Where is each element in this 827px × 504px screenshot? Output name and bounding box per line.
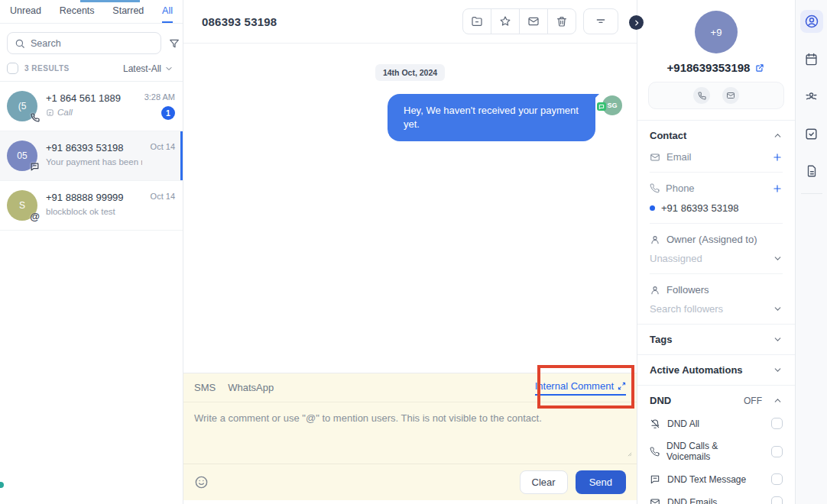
- message-row: Hey, We haven't received your payment ye…: [183, 94, 637, 141]
- chevron-down-icon: [773, 334, 783, 344]
- conversation-item[interactable]: (5 +1 864 561 1889 Call 3:28 AM 1: [0, 82, 183, 131]
- rail-task-icon[interactable]: [800, 122, 823, 145]
- email-label: Email: [666, 151, 692, 163]
- at-icon: @: [29, 211, 41, 222]
- phone-value[interactable]: +91 86393 53198: [661, 202, 739, 214]
- chevron-down-icon: [773, 254, 783, 263]
- avatar: S @: [7, 190, 37, 221]
- message-area: 14th Oct, 2024 Hey, We haven't received …: [183, 64, 637, 349]
- conversation-title: +1 864 561 1889: [46, 92, 136, 104]
- call-log-icon: [46, 108, 54, 117]
- phone-icon: [650, 183, 660, 193]
- mail-icon: [650, 497, 660, 504]
- tab-unread[interactable]: Unread: [10, 0, 41, 23]
- tags-section-header[interactable]: Tags: [650, 334, 783, 345]
- dnd-section: DND OFF DND All DND Calls & Voicemails: [637, 386, 795, 504]
- contact-phone-number: +918639353198: [667, 61, 751, 74]
- external-link-icon[interactable]: [754, 63, 765, 73]
- clear-button[interactable]: Clear: [520, 470, 568, 494]
- rail-document-icon[interactable]: [800, 160, 823, 183]
- chevron-down-icon: [773, 304, 783, 314]
- add-phone-button[interactable]: [772, 183, 783, 194]
- rail-share-contact-icon[interactable]: [800, 85, 823, 108]
- tab-starred[interactable]: Starred: [112, 0, 144, 23]
- conversation-item[interactable]: S @ +91 88888 99999 blockblock ok test O…: [0, 181, 183, 231]
- dnd-emails-checkbox[interactable]: [771, 496, 783, 504]
- results-count: 3 RESULTS: [24, 64, 70, 73]
- outgoing-message-bubble[interactable]: Hey, We haven't received your payment ye…: [388, 94, 595, 141]
- conversation-snippet: Call: [57, 108, 73, 117]
- filter-funnel-icon[interactable]: [168, 37, 180, 50]
- add-email-button[interactable]: [772, 152, 783, 163]
- search-icon: [15, 38, 25, 49]
- composer-tab-sms[interactable]: SMS: [194, 382, 216, 393]
- contact-details-panel: +9 +918639353198 Contact Email: [637, 0, 795, 504]
- star-icon[interactable]: [491, 8, 520, 34]
- chat-title: 086393 53198: [202, 15, 277, 28]
- dnd-all-checkbox[interactable]: [771, 418, 783, 429]
- rail-calendar-icon[interactable]: [800, 47, 823, 70]
- tab-all[interactable]: All: [162, 0, 173, 23]
- dnd-section-header[interactable]: DND OFF: [650, 395, 783, 406]
- unread-count-badge: 1: [161, 106, 175, 120]
- composer-tab-whatsapp[interactable]: WhatsApp: [228, 382, 274, 393]
- sort-dropdown[interactable]: Latest-All: [123, 63, 174, 74]
- conversation-sidebar: Unread Recents Starred All 3 RESULTS Lat…: [0, 0, 183, 504]
- search-input[interactable]: [31, 38, 154, 49]
- agent-avatar: SG: [602, 95, 622, 115]
- conversation-time: 3:28 AM: [144, 92, 175, 102]
- primary-dot: [650, 205, 655, 211]
- dnd-state: OFF: [744, 396, 762, 406]
- chat-icon: [650, 474, 660, 485]
- folder-icon[interactable]: [462, 8, 491, 34]
- contact-section: Contact Email Phone +91 8: [637, 121, 795, 324]
- trash-icon[interactable]: [547, 8, 576, 34]
- dnd-text-checkbox[interactable]: [771, 473, 783, 485]
- rail-contact-icon[interactable]: [800, 10, 823, 33]
- followers-label: Followers: [666, 284, 709, 296]
- filter-icon[interactable]: [583, 8, 618, 34]
- contact-section-header[interactable]: Contact: [650, 130, 783, 141]
- contact-avatar: +9: [695, 11, 738, 53]
- automations-section-header[interactable]: Active Automations: [650, 364, 783, 376]
- phone-icon[interactable]: [693, 87, 710, 104]
- tab-recents[interactable]: Recents: [60, 0, 95, 23]
- expand-icon[interactable]: [618, 382, 626, 390]
- conversation-filter-tabs: Unread Recents Starred All: [0, 0, 183, 24]
- mail-icon[interactable]: [519, 8, 548, 34]
- quick-actions: [648, 82, 784, 109]
- phone-icon: [29, 111, 41, 123]
- chevron-down-icon: [773, 365, 783, 375]
- collapse-panel-icon[interactable]: [629, 15, 644, 30]
- send-button[interactable]: Send: [576, 470, 626, 494]
- search-box[interactable]: [7, 32, 161, 54]
- dnd-row: DND Emails: [650, 496, 783, 504]
- resize-handle[interactable]: [625, 450, 632, 457]
- rail-divider: [801, 193, 822, 194]
- conversation-item[interactable]: 05 +91 86393 53198 Your payment has been…: [0, 131, 183, 181]
- conversation-snippet: blockblock ok test: [46, 207, 115, 216]
- phone-label: Phone: [666, 183, 695, 194]
- owner-label: Owner (Assigned to): [666, 234, 757, 245]
- cropped-tab-indicator: [80, 0, 140, 2]
- conversation-time: Oct 14: [151, 192, 175, 201]
- comment-input[interactable]: [183, 402, 637, 464]
- conversation-snippet: Your payment has been received: [46, 157, 142, 166]
- select-all-checkbox[interactable]: [7, 63, 18, 74]
- conversation-title: +91 88888 99999: [46, 192, 142, 203]
- composer: SMS WhatsApp Internal Comment Clear Send: [183, 373, 637, 500]
- avatar: (5: [7, 91, 37, 121]
- conversation-time: Oct 14: [151, 142, 175, 151]
- composer-tab-internal-comment[interactable]: Internal Comment: [535, 380, 626, 396]
- person-icon: [650, 285, 660, 296]
- conversation-title: +91 86393 53198: [46, 142, 142, 153]
- mail-icon[interactable]: [722, 87, 739, 104]
- followers-select[interactable]: Search followers: [650, 303, 783, 315]
- person-icon: [650, 234, 660, 245]
- chat-header: 086393 53198: [183, 0, 637, 44]
- dnd-calls-checkbox[interactable]: [771, 446, 783, 457]
- dnd-row: DND Calls & Voicemails: [650, 441, 783, 462]
- emoji-icon[interactable]: [194, 475, 209, 489]
- chevron-down-icon: [164, 64, 174, 73]
- owner-select[interactable]: Unassigned: [650, 253, 783, 264]
